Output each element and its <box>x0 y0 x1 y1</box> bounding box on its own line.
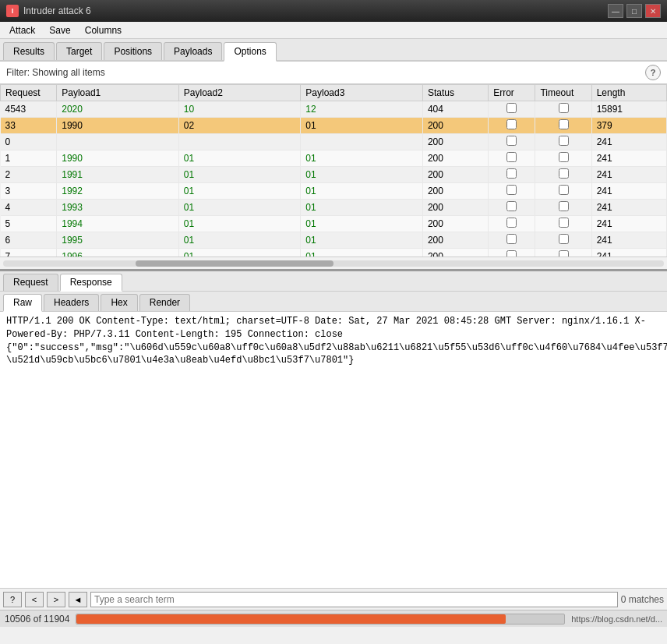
scroll-track <box>3 260 664 267</box>
menu-attack[interactable]: Attack <box>3 23 41 37</box>
req-resp-tab-bar: Request Response <box>0 271 667 292</box>
table-cell: 01 <box>178 249 301 257</box>
table-cell: 200 <box>422 200 488 216</box>
tab-response[interactable]: Response <box>60 274 122 292</box>
main-content: Attack Save Columns Results Target Posit… <box>0 22 667 627</box>
nav-back-button[interactable]: < <box>25 592 44 607</box>
table-row[interactable]: 619950101200241 <box>1 232 667 249</box>
table-cell: 15891 <box>591 101 666 118</box>
close-button[interactable]: ✕ <box>645 4 661 18</box>
matches-label: 0 matches <box>621 594 664 605</box>
minimize-button[interactable]: — <box>608 4 623 18</box>
table-row[interactable]: 119900101200241 <box>1 150 667 167</box>
table-cell: 241 <box>591 167 666 183</box>
table-row[interactable]: 719960101200241 <box>1 249 667 257</box>
table-cell: 01 <box>301 216 423 232</box>
table-row[interactable]: 219910101200241 <box>1 167 667 183</box>
bottom-toolbar: ? < > ◄ 0 matches <box>0 588 667 610</box>
menu-save[interactable]: Save <box>43 23 76 37</box>
col-header-status[interactable]: Status <box>422 85 488 101</box>
table-row[interactable]: 45432020101240415891 <box>1 101 667 118</box>
help-nav-button[interactable]: ? <box>3 592 22 607</box>
table-scroll[interactable]: Request Payload1 Payload2 Payload3 Statu… <box>0 84 667 257</box>
col-header-error[interactable]: Error <box>489 85 535 101</box>
table-cell: 241 <box>591 150 666 167</box>
progress-bar <box>76 614 565 625</box>
table-cell: 1994 <box>57 216 179 232</box>
table-cell <box>489 118 535 134</box>
table-cell <box>489 200 535 216</box>
col-header-payload2[interactable]: Payload2 <box>178 85 301 101</box>
tab-options[interactable]: Options <box>224 42 276 62</box>
maximize-button[interactable]: □ <box>626 4 642 18</box>
col-header-payload1[interactable]: Payload1 <box>57 85 179 101</box>
table-cell <box>489 134 535 150</box>
menu-columns[interactable]: Columns <box>79 23 128 37</box>
window-controls: — □ ✕ <box>608 4 661 18</box>
nav-next-button[interactable]: ◄ <box>69 592 87 607</box>
tab-hex[interactable]: Hex <box>101 294 137 311</box>
table-cell <box>301 134 423 150</box>
table-cell: 01 <box>178 150 301 167</box>
nav-forward-button[interactable]: > <box>47 592 65 607</box>
table-cell: 1993 <box>57 200 179 216</box>
table-cell: 241 <box>591 216 666 232</box>
tab-headers[interactable]: Headers <box>44 294 99 311</box>
tab-results[interactable]: Results <box>3 42 55 60</box>
table-row[interactable]: 319920101200241 <box>1 183 667 200</box>
table-row[interactable]: 3319900201200379 <box>1 118 667 134</box>
table-cell <box>535 183 591 200</box>
table-cell <box>489 249 535 257</box>
table-cell: 4 <box>1 200 57 216</box>
table-row[interactable]: 519940101200241 <box>1 216 667 232</box>
table-cell: 2 <box>1 167 57 183</box>
table-cell: 241 <box>591 200 666 216</box>
app-icon: I <box>6 5 19 17</box>
tab-render[interactable]: Render <box>139 294 190 311</box>
filter-label: Filter: Showing all items <box>6 67 105 78</box>
table-cell: 200 <box>422 134 488 150</box>
tab-request[interactable]: Request <box>3 274 58 291</box>
table-cell <box>489 150 535 167</box>
menubar: Attack Save Columns <box>0 22 667 39</box>
table-cell: 1995 <box>57 232 179 249</box>
table-cell <box>178 134 301 150</box>
response-content[interactable]: HTTP/1.1 200 OK Content-Type: text/html;… <box>0 312 667 588</box>
table-cell: 4543 <box>1 101 57 118</box>
table-cell <box>489 101 535 118</box>
table-cell: 200 <box>422 249 488 257</box>
table-cell: 01 <box>178 216 301 232</box>
help-button[interactable]: ? <box>645 65 661 80</box>
col-header-timeout[interactable]: Timeout <box>535 85 591 101</box>
progress-fill <box>76 614 506 624</box>
table-cell <box>535 249 591 257</box>
table-cell: 200 <box>422 232 488 249</box>
col-header-request[interactable]: Request <box>1 85 57 101</box>
table-cell: 241 <box>591 249 666 257</box>
search-input[interactable] <box>90 592 618 607</box>
table-cell: 5 <box>1 216 57 232</box>
scroll-thumb[interactable] <box>136 260 334 267</box>
horizontal-scrollbar[interactable] <box>0 257 667 269</box>
tab-raw[interactable]: Raw <box>3 294 42 312</box>
tab-positions[interactable]: Positions <box>104 42 162 60</box>
table-cell: 01 <box>301 232 423 249</box>
table-cell <box>535 134 591 150</box>
table-cell: 1990 <box>57 150 179 167</box>
status-bar: 10506 of 11904 https://blog.csdn.net/d..… <box>0 610 667 627</box>
table-row[interactable]: 419930101200241 <box>1 200 667 216</box>
table-cell <box>535 232 591 249</box>
table-cell: 6 <box>1 232 57 249</box>
tab-payloads[interactable]: Payloads <box>164 42 222 60</box>
table-cell <box>489 216 535 232</box>
table-cell: 0 <box>1 134 57 150</box>
table-cell: 7 <box>1 249 57 257</box>
col-header-length[interactable]: Length <box>591 85 666 101</box>
table-cell: 01 <box>178 183 301 200</box>
table-cell: 404 <box>422 101 488 118</box>
table-row[interactable]: 0200241 <box>1 134 667 150</box>
table-cell: 01 <box>178 232 301 249</box>
table-cell: 200 <box>422 118 488 134</box>
tab-target[interactable]: Target <box>56 42 102 60</box>
col-header-payload3[interactable]: Payload3 <box>301 85 423 101</box>
